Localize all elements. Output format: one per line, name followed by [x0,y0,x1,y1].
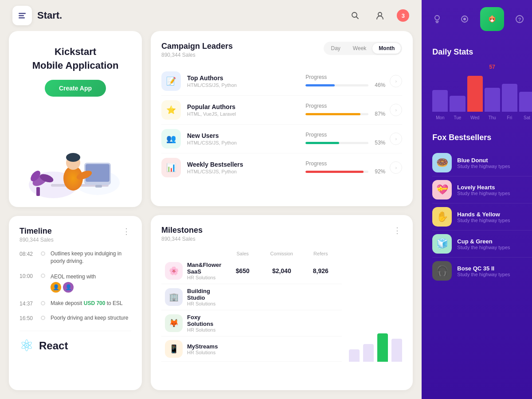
avatar: 👤 [63,282,74,293]
progress-label: Progress [305,132,385,138]
campaign-row-icon: 📊 [161,158,181,177]
campaign-row-tech: HTML, VueJS, Laravel [187,111,305,117]
campaign-row: ⭐ Popular Authors HTML, VueJS, Laravel P… [161,96,402,125]
milestone-text: MyStreams HR Solutions [187,343,218,355]
create-app-button[interactable]: Create App [45,80,106,97]
daily-bars [432,72,532,112]
nav-item-fox[interactable] [480,7,504,31]
tab-week[interactable]: Week [347,43,372,54]
col-sales: Sales [225,251,260,256]
milestone-name: Foxy Solutions [187,314,221,327]
chevron-button[interactable]: › [390,161,402,174]
milestones-menu-button[interactable]: ⋮ [393,226,402,235]
bestseller-item[interactable]: 🎧 Bose QC 35 II Study the highway types [432,258,532,284]
nav-item-circle[interactable] [453,7,477,31]
timeline-text: Poorly driving and keep structure [51,314,131,322]
campaign-row-name: Popular Authors [187,103,305,110]
campaign-row-name: Weekly Bestsellers [187,161,305,168]
campaign-row-name: New Users [187,132,305,139]
chevron-button[interactable]: › [390,75,402,87]
campaign-row-tech: HTML/CSS/JS, Python [187,169,305,174]
progress-bar-wrap: 87% [305,111,385,117]
milestones-rows: 🌸 Man&Flower SaaS HR Solutions $650 $2,0… [161,258,342,362]
daily-bar [450,96,465,112]
bestseller-info: Blue Donut Study the highway types [457,157,510,169]
chevron-button[interactable]: › [390,104,402,116]
milestone-bar [349,349,360,362]
timeline-menu-button[interactable]: ⋮ [122,227,131,236]
timeline-time: 08:42 [20,250,35,257]
milestones-bars [349,326,402,362]
svg-line-4 [356,17,358,19]
bestseller-name: Hands & Yellow [457,211,510,218]
milestones-col-headers: Sales Comission Refers [161,251,342,256]
day-labels: MonTueWedThuFriSatSun [432,115,532,120]
milestone-info: 🌸 Man&Flower SaaS HR Solutions [165,262,221,280]
tab-group: Day Week Month [324,42,403,55]
progress-bar-wrap: 53% [305,140,385,146]
svg-rect-14 [95,185,102,188]
progress-bar [305,113,368,115]
user-icon[interactable] [372,8,388,23]
chevron-button[interactable]: › [390,133,402,145]
daily-bar [519,92,532,112]
milestone-row: 🦊 Foxy Solutions HR Solutions [161,310,342,336]
milestone-bar [391,339,402,362]
progress-label: Progress [305,103,385,109]
campaign-row-info: Weekly Bestsellers HTML/CSS/JS, Python [187,161,305,174]
progress-bar-wrap: 92% [305,168,385,175]
bestseller-name: Bose QC 35 II [457,265,510,272]
day-label: Wed [467,115,483,120]
bestseller-name: Blue Donut [457,157,510,164]
header: Start. 3 [0,0,422,31]
bestseller-item[interactable]: 🍩 Blue Donut Study the highway types [432,149,532,176]
timeline-avatars: 👤 👤 [51,282,131,293]
milestone-name: Building Studio [187,288,221,301]
svg-point-27 [493,19,494,20]
tab-day[interactable]: Day [325,43,347,54]
campaign-title: Campaign Leaders [161,42,233,51]
milestone-icon: 🦊 [165,314,183,332]
nav-item-bulb[interactable] [425,7,449,31]
milestone-commission: $2,040 [264,267,299,274]
daily-bar [502,84,517,112]
bestseller-image: 🎧 [432,261,452,281]
fox-bestsellers-title: Fox Bestsellers ⋯ [432,133,532,142]
milestone-sub: HR Solutions [187,275,221,280]
notification-badge[interactable]: 3 [397,9,409,22]
progress-fill [305,171,364,173]
milestone-sub: HR Solutions [187,301,221,306]
nav-item-question[interactable]: ? [508,7,532,31]
svg-point-25 [491,20,494,22]
timeline-item: 10:00 AEOL meeting with 👤 👤 [20,272,131,293]
progress-bar [305,84,368,86]
timeline-title: Timeline [20,227,54,236]
tab-month[interactable]: Month [372,43,401,54]
logo-text: Start. [37,10,62,21]
svg-rect-0 [19,13,26,14]
search-icon[interactable] [347,8,363,23]
timeline-item: 08:42 Outlines keep you indulging in poo… [20,250,131,265]
bestseller-item[interactable]: 🧊 Cup & Green Study the highway types [432,231,532,258]
daily-chart-container: 57 [432,64,532,112]
bestseller-info: Lovely Hearts Study the highway types [457,184,510,196]
header-left: Start. [12,6,62,25]
svg-point-26 [490,19,492,20]
milestones-card: Milestones 890,344 Sales ⋮ Sales Comissi… [151,215,413,390]
progress-pct: 92% [372,168,385,175]
timeline-text: Make deposit USD 700 to ESL [51,300,131,307]
bestseller-image: 🍩 [432,153,452,172]
milestone-sales: $650 [225,267,260,274]
bestseller-item[interactable]: 💝 Lovely Hearts Study the highway types [432,176,532,203]
progress-pct: 87% [372,111,385,117]
campaign-row-icon: 👥 [161,129,181,149]
bestseller-item[interactable]: ✋ Hands & Yellow Study the highway types [432,203,532,231]
logo-icon [12,6,32,25]
milestone-bar [377,333,388,362]
campaign-row-info: Top Authors HTML/CSS/JS, Python [187,74,305,88]
campaign-row-tech: HTML/CSS/JS, Python [187,82,305,88]
campaign-header: Campaign Leaders 890,344 Sales Day Week … [161,42,402,58]
milestones-list: Sales Comission Refers 🌸 Man&Flower SaaS… [161,251,342,362]
col-commission: Comission [264,251,299,256]
progress-section: Progress 46% [305,74,385,88]
